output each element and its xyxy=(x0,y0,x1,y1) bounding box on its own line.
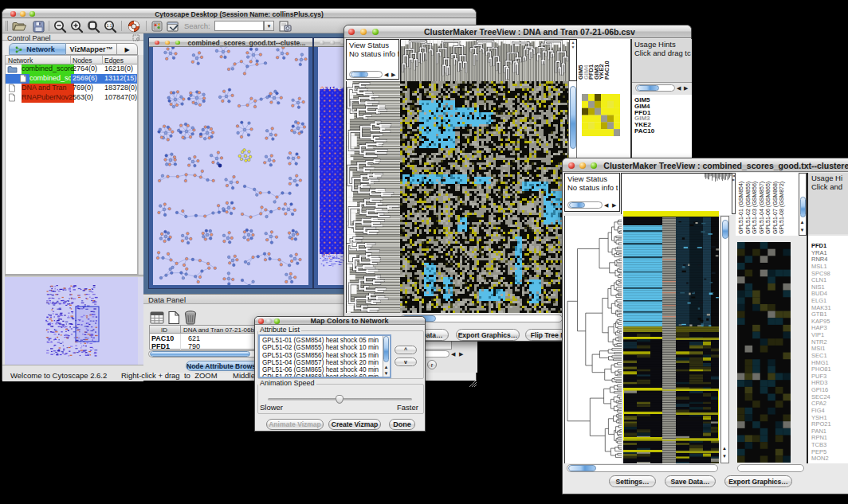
svg-text:GPL51-08 (GSM872): GPL51-08 (GSM872) xyxy=(779,182,785,234)
svg-text:PAC10: PAC10 xyxy=(603,61,610,80)
svg-text:GPL51-03 (GSM856): GPL51-03 (GSM856) xyxy=(752,182,758,234)
svg-text:GPL51-02 (GSM855): GPL51-02 (GSM855) xyxy=(745,182,752,234)
svg-text:GPL51-06 (GSM865): GPL51-06 (GSM865) xyxy=(765,182,771,234)
svg-text:GPL51-01 (GSM854): GPL51-01 (GSM854) xyxy=(738,182,744,234)
svg-text:GPL51-07 (GSM868): GPL51-07 (GSM868) xyxy=(772,182,779,234)
svg-text:1:1: 1:1 xyxy=(107,23,112,28)
svg-text:GPL51-04 (GSM857): GPL51-04 (GSM857) xyxy=(759,182,765,234)
